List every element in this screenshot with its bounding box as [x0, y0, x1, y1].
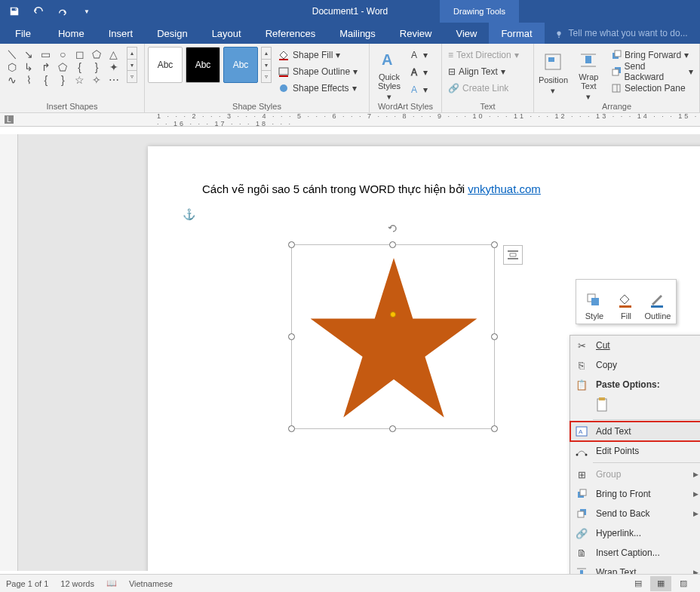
handle[interactable]	[288, 333, 295, 340]
svg-text:A: A	[579, 428, 583, 435]
status-language[interactable]: Vietnamese	[129, 579, 173, 588]
qat-customize[interactable]: ▼	[77, 2, 97, 21]
ctx-send-back[interactable]: Send to Back▶	[570, 504, 700, 523]
tell-me-label: Tell me what you want to do...	[569, 28, 688, 38]
group-label-shapes: Insert Shapes	[3, 100, 141, 112]
handle[interactable]	[288, 241, 295, 248]
tab-layout[interactable]: Layout	[200, 23, 253, 44]
text-outline[interactable]: A▾	[409, 64, 428, 81]
save-button[interactable]	[5, 2, 24, 21]
svg-rect-22	[508, 258, 518, 259]
svg-point-0	[558, 36, 560, 38]
selection-pane[interactable]: Selection Pane	[608, 80, 696, 97]
text-effects[interactable]: A▾	[409, 81, 428, 98]
ctx-insert-caption[interactable]: 🗎Insert Caption...	[570, 543, 700, 563]
status-proof-icon[interactable]: 📖	[106, 578, 117, 588]
anchor-icon: ⚓	[183, 208, 195, 220]
group-label-arrange: Arrange	[537, 100, 696, 112]
text-fill[interactable]: A▾	[409, 47, 428, 63]
wrap-text-button[interactable]: Wrap Text▾	[573, 47, 605, 97]
send-backward[interactable]: Send Backward ▾	[608, 63, 696, 80]
redo-button[interactable]	[53, 2, 72, 21]
context-menu: ✂Cut ⎘Copy 📋Paste Options: AAdd Text Edi…	[570, 335, 700, 592]
svg-rect-34	[580, 489, 586, 495]
tab-references[interactable]: References	[253, 23, 327, 44]
svg-rect-1	[279, 59, 288, 60]
group-label-shape-styles: Shape Styles	[148, 100, 366, 112]
mini-outline[interactable]: Outline	[643, 283, 673, 321]
layout-options-button[interactable]	[503, 245, 523, 265]
group-label-wordart: WordArt Styles	[373, 100, 438, 112]
tab-mailings[interactable]: Mailings	[327, 23, 388, 44]
ctx-cut[interactable]: ✂Cut	[570, 336, 700, 355]
view-web[interactable]: ▨	[673, 576, 694, 591]
shape-style-1[interactable]: Abc	[148, 47, 183, 83]
svg-rect-26	[651, 305, 663, 308]
shape-selection[interactable]	[291, 244, 495, 429]
text-direction: ≡Text Direction ▾	[445, 47, 522, 63]
ruler-vertical[interactable]	[0, 134, 18, 571]
tab-home[interactable]: Home	[46, 23, 97, 44]
shape-styles-more[interactable]: ▴▾▿	[261, 47, 272, 83]
handle[interactable]	[491, 425, 498, 432]
tab-format[interactable]: Format	[489, 23, 544, 44]
svg-rect-21	[508, 250, 518, 252]
shape-style-2[interactable]: Abc	[186, 47, 220, 83]
contextual-tab-drawing: Drawing Tools	[440, 0, 519, 23]
status-bar: Page 1 of 1 12 words 📖 Vietnamese ▤ ▦ ▨	[0, 574, 700, 592]
ctx-edit-points[interactable]: Edit Points	[570, 441, 700, 461]
ctx-hyperlink[interactable]: 🔗Hyperlink...	[570, 523, 700, 543]
svg-rect-27	[597, 399, 606, 411]
svg-text:A: A	[411, 84, 417, 95]
svg-marker-20	[311, 258, 477, 418]
tab-file[interactable]: File	[0, 23, 46, 44]
ribbon: ＼↘▭○◻⬠△ ⬡↳↱⬠{}✦ ∿⌇{}☆✧⋯ ▴▾▿ Insert Shape…	[0, 44, 700, 113]
mini-style[interactable]: Style	[579, 283, 609, 321]
shape-effects-button[interactable]: Shape Effects ▾	[275, 80, 361, 97]
window-title: Document1 - Word	[312, 6, 388, 17]
view-read[interactable]: ▤	[628, 576, 649, 591]
shape-fill-button[interactable]: Shape Fill ▾	[275, 47, 361, 63]
adjustment-handle[interactable]	[390, 311, 396, 317]
handle[interactable]	[389, 241, 396, 248]
svg-rect-28	[599, 397, 605, 400]
status-page[interactable]: Page 1 of 1	[6, 579, 48, 588]
undo-button[interactable]	[29, 2, 48, 21]
shapes-gallery[interactable]: ＼↘▭○◻⬠△ ⬡↳↱⬠{}✦ ∿⌇{}☆✧⋯	[3, 47, 124, 87]
svg-rect-3	[279, 75, 288, 77]
mini-toolbar: Style Fill Outline	[576, 279, 677, 324]
paste-keep-source[interactable]	[593, 396, 611, 414]
shapes-more[interactable]: ▴▾▿	[127, 47, 137, 83]
handle[interactable]	[288, 425, 295, 432]
tab-review[interactable]: Review	[388, 23, 444, 44]
align-text[interactable]: ⊟Align Text ▾	[445, 63, 522, 80]
ctx-copy[interactable]: ⎘Copy	[570, 355, 700, 375]
rotate-handle[interactable]	[387, 222, 399, 235]
star-shape[interactable]	[301, 253, 487, 426]
svg-text:A: A	[411, 67, 417, 78]
tab-view[interactable]: View	[444, 23, 489, 44]
ctx-paste-options: 📋Paste Options:	[570, 375, 700, 394]
shape-outline-button[interactable]: Shape Outline ▾	[275, 63, 361, 80]
position-button[interactable]: Position▾	[537, 47, 570, 97]
handle[interactable]	[491, 241, 498, 248]
tell-me-box[interactable]: Tell me what you want to do...	[545, 23, 688, 44]
ctx-bring-front[interactable]: Bring to Front▶	[570, 484, 700, 504]
tab-design[interactable]: Design	[145, 23, 199, 44]
ruler-horizontal[interactable]: L 1 · · · 2 · · · 3 · · · 4 · · · 5 · · …	[0, 113, 700, 127]
link-vnkythuat[interactable]: vnkythuat.com	[468, 183, 541, 195]
svg-point-32	[585, 454, 588, 456]
svg-rect-18	[612, 84, 620, 92]
status-words[interactable]: 12 words	[60, 579, 94, 588]
quick-styles-button[interactable]: A Quick Styles▾	[373, 47, 406, 97]
shape-style-3[interactable]: Abc	[223, 47, 258, 83]
tab-insert[interactable]: Insert	[97, 23, 146, 44]
svg-rect-17	[612, 69, 619, 75]
handle[interactable]	[491, 333, 498, 340]
ribbon-tabs: File Home Insert Design Layout Reference…	[0, 23, 700, 44]
view-print[interactable]: ▦	[650, 576, 671, 591]
handle[interactable]	[389, 425, 396, 432]
ctx-add-text[interactable]: AAdd Text	[570, 422, 700, 441]
mini-fill[interactable]: Fill	[611, 283, 641, 321]
document-text[interactable]: Cách vẽ ngôi sao 5 cánh trong WORD thực …	[202, 183, 541, 196]
